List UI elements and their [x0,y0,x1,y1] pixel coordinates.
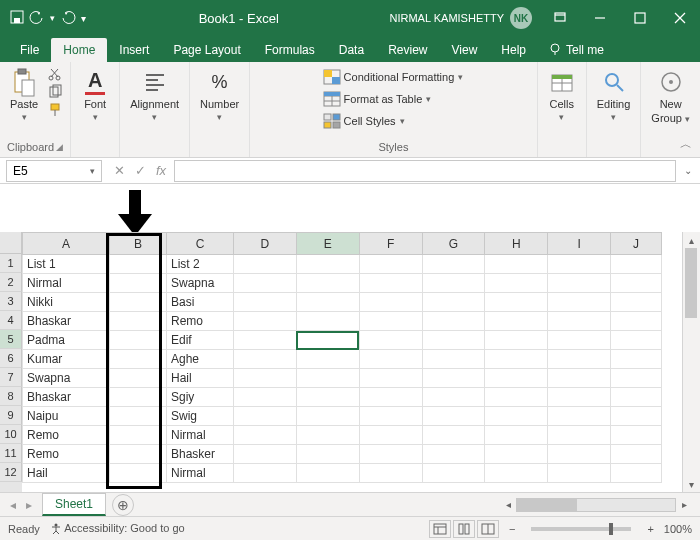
cell-G12[interactable] [422,464,485,483]
conditional-formatting-button[interactable]: Conditional Formatting ▾ [320,68,468,86]
cell-E6[interactable] [296,350,359,369]
row-header-1[interactable]: 1 [0,254,22,273]
cell-H3[interactable] [485,293,548,312]
cell-H4[interactable] [485,312,548,331]
cell-H7[interactable] [485,369,548,388]
cell-F3[interactable] [359,293,422,312]
row-header-2[interactable]: 2 [0,273,22,292]
undo-dropdown-icon[interactable]: ▾ [50,13,55,23]
scroll-right-icon[interactable]: ▸ [676,497,692,513]
number-button[interactable]: % Number ▾ [196,66,243,124]
editing-button[interactable]: Editing ▾ [593,66,635,124]
cell-C6[interactable]: Aghe [167,350,234,369]
cell-A4[interactable]: Bhaskar [23,312,110,331]
cell-B1[interactable] [110,255,167,274]
cell-J1[interactable] [611,255,662,274]
view-page-break-icon[interactable] [477,520,499,538]
cell-H8[interactable] [485,388,548,407]
cell-J11[interactable] [611,445,662,464]
cell-C2[interactable]: Swapna [167,274,234,293]
paste-button[interactable]: Paste ▾ [6,66,42,124]
cell-A10[interactable]: Remo [23,426,110,445]
cell-I8[interactable] [548,388,611,407]
cell-D8[interactable] [233,388,296,407]
cell-G6[interactable] [422,350,485,369]
sheet-nav-prev-icon[interactable]: ◂ [6,498,20,512]
cell-E12[interactable] [296,464,359,483]
select-all-corner[interactable] [0,232,22,254]
horizontal-scrollbar[interactable]: ◂ ▸ [500,497,700,513]
cell-I6[interactable] [548,350,611,369]
scroll-up-icon[interactable]: ▴ [683,232,699,248]
col-header-A[interactable]: A [23,233,110,255]
col-header-C[interactable]: C [167,233,234,255]
cell-G8[interactable] [422,388,485,407]
undo-icon[interactable] [30,10,44,27]
cell-D4[interactable] [233,312,296,331]
cell-F4[interactable] [359,312,422,331]
cell-F5[interactable] [359,331,422,350]
close-icon[interactable] [660,0,700,36]
cell-A7[interactable]: Swapna [23,369,110,388]
col-header-G[interactable]: G [422,233,485,255]
minimize-icon[interactable] [580,0,620,36]
cell-C11[interactable]: Bhasker [167,445,234,464]
col-header-I[interactable]: I [548,233,611,255]
cell-J10[interactable] [611,426,662,445]
cell-J9[interactable] [611,407,662,426]
tab-file[interactable]: File [8,38,51,62]
zoom-in-icon[interactable]: + [647,523,653,535]
cell-I9[interactable] [548,407,611,426]
cell-A9[interactable]: Naipu [23,407,110,426]
cell-A1[interactable]: List 1 [23,255,110,274]
accessibility-status[interactable]: Accessibility: Good to go [50,522,185,535]
cell-J7[interactable] [611,369,662,388]
cell-B11[interactable] [110,445,167,464]
tab-insert[interactable]: Insert [107,38,161,62]
cell-E3[interactable] [296,293,359,312]
cell-H12[interactable] [485,464,548,483]
cell-I4[interactable] [548,312,611,331]
cell-C5[interactable]: Edif [167,331,234,350]
cell-G2[interactable] [422,274,485,293]
row-header-5[interactable]: 5 [0,330,22,349]
formula-bar[interactable] [174,160,676,182]
cell-D10[interactable] [233,426,296,445]
row-header-11[interactable]: 11 [0,444,22,463]
cell-G11[interactable] [422,445,485,464]
tab-page-layout[interactable]: Page Layout [161,38,252,62]
cell-C8[interactable]: Sgiy [167,388,234,407]
cell-D6[interactable] [233,350,296,369]
tab-view[interactable]: View [440,38,490,62]
cell-G10[interactable] [422,426,485,445]
cell-F6[interactable] [359,350,422,369]
row-header-3[interactable]: 3 [0,292,22,311]
col-header-H[interactable]: H [485,233,548,255]
tab-data[interactable]: Data [327,38,376,62]
cell-F7[interactable] [359,369,422,388]
cell-C7[interactable]: Hail [167,369,234,388]
tab-formulas[interactable]: Formulas [253,38,327,62]
cell-I1[interactable] [548,255,611,274]
format-as-table-button[interactable]: Format as Table ▾ [320,90,436,108]
cell-C3[interactable]: Basi [167,293,234,312]
cell-I7[interactable] [548,369,611,388]
scroll-left-icon[interactable]: ◂ [500,497,516,513]
cell-A5[interactable]: Padma [23,331,110,350]
cell-H9[interactable] [485,407,548,426]
cell-I5[interactable] [548,331,611,350]
cell-E1[interactable] [296,255,359,274]
tab-home[interactable]: Home [51,38,107,62]
cell-J6[interactable] [611,350,662,369]
cell-A2[interactable]: Nirmal [23,274,110,293]
cell-C1[interactable]: List 2 [167,255,234,274]
clipboard-launcher-icon[interactable]: ◢ [56,142,63,152]
row-header-12[interactable]: 12 [0,463,22,482]
zoom-level[interactable]: 100% [664,523,692,535]
row-header-6[interactable]: 6 [0,349,22,368]
cell-E10[interactable] [296,426,359,445]
cell-J12[interactable] [611,464,662,483]
cell-E5[interactable] [296,331,359,350]
cell-D3[interactable] [233,293,296,312]
cell-E4[interactable] [296,312,359,331]
